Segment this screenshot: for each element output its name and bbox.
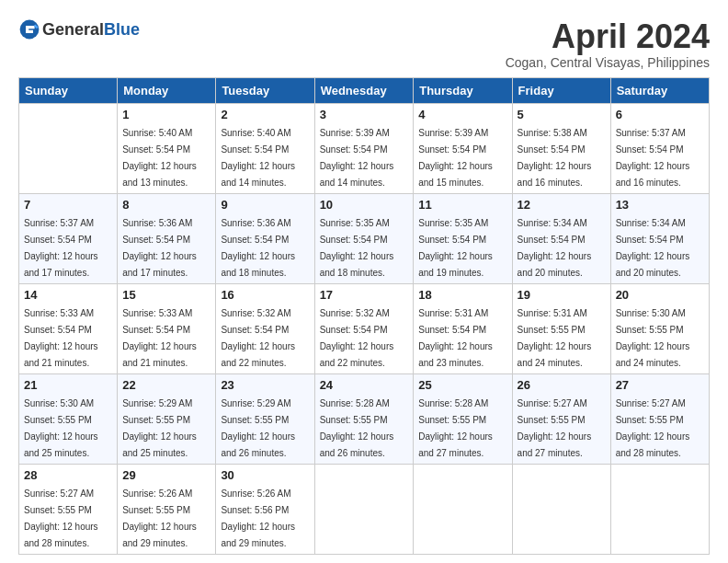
- calendar-cell: [610, 464, 709, 554]
- calendar-cell: 5Sunrise: 5:38 AMSunset: 5:54 PMDaylight…: [512, 103, 610, 193]
- weekday-header-monday: Monday: [118, 77, 216, 103]
- month-year-title: April 2024: [506, 18, 710, 55]
- calendar-cell: 3Sunrise: 5:39 AMSunset: 5:54 PMDaylight…: [314, 103, 414, 193]
- calendar-cell: [19, 103, 118, 193]
- day-info: Sunrise: 5:40 AMSunset: 5:54 PMDaylight:…: [122, 128, 197, 188]
- calendar-cell: [512, 464, 610, 554]
- weekday-header-sunday: Sunday: [19, 77, 118, 103]
- day-number: 10: [320, 198, 409, 212]
- day-info: Sunrise: 5:27 AMSunset: 5:55 PMDaylight:…: [616, 398, 690, 458]
- day-number: 9: [221, 198, 309, 212]
- calendar-cell: 19Sunrise: 5:31 AMSunset: 5:55 PMDayligh…: [512, 283, 610, 373]
- day-info: Sunrise: 5:34 AMSunset: 5:54 PMDaylight:…: [616, 218, 690, 278]
- day-info: Sunrise: 5:39 AMSunset: 5:54 PMDaylight:…: [418, 128, 493, 188]
- day-info: Sunrise: 5:34 AMSunset: 5:54 PMDaylight:…: [518, 218, 592, 278]
- day-info: Sunrise: 5:29 AMSunset: 5:55 PMDaylight:…: [122, 398, 197, 458]
- day-info: Sunrise: 5:33 AMSunset: 5:54 PMDaylight:…: [24, 308, 98, 368]
- day-number: 11: [418, 198, 506, 212]
- day-info: Sunrise: 5:28 AMSunset: 5:55 PMDaylight:…: [418, 398, 493, 458]
- header: GeneralBlue April 2024 Cogan, Central Vi…: [18, 18, 710, 70]
- day-number: 24: [320, 378, 409, 392]
- day-number: 28: [24, 468, 112, 482]
- day-info: Sunrise: 5:31 AMSunset: 5:54 PMDaylight:…: [418, 308, 493, 368]
- day-info: Sunrise: 5:30 AMSunset: 5:55 PMDaylight:…: [24, 398, 98, 458]
- day-info: Sunrise: 5:38 AMSunset: 5:54 PMDaylight:…: [518, 128, 592, 188]
- day-info: Sunrise: 5:40 AMSunset: 5:54 PMDaylight:…: [221, 128, 295, 188]
- day-info: Sunrise: 5:27 AMSunset: 5:55 PMDaylight:…: [24, 488, 98, 548]
- calendar-week-row: 7Sunrise: 5:37 AMSunset: 5:54 PMDaylight…: [19, 193, 710, 283]
- calendar-cell: 8Sunrise: 5:36 AMSunset: 5:54 PMDaylight…: [118, 193, 216, 283]
- calendar-table: SundayMondayTuesdayWednesdayThursdayFrid…: [18, 77, 710, 555]
- day-number: 27: [616, 378, 704, 392]
- day-info: Sunrise: 5:32 AMSunset: 5:54 PMDaylight:…: [221, 308, 295, 368]
- calendar-cell: 6Sunrise: 5:37 AMSunset: 5:54 PMDaylight…: [610, 103, 709, 193]
- day-number: 14: [24, 288, 112, 302]
- calendar-cell: [414, 464, 512, 554]
- weekday-header-friday: Friday: [512, 77, 610, 103]
- day-number: 16: [221, 288, 309, 302]
- day-number: 7: [24, 198, 112, 212]
- calendar-cell: 25Sunrise: 5:28 AMSunset: 5:55 PMDayligh…: [414, 373, 512, 464]
- day-number: 30: [221, 468, 309, 482]
- weekday-header-tuesday: Tuesday: [216, 77, 314, 103]
- calendar-week-row: 14Sunrise: 5:33 AMSunset: 5:54 PMDayligh…: [19, 283, 710, 373]
- day-number: 18: [418, 288, 506, 302]
- calendar-cell: 15Sunrise: 5:33 AMSunset: 5:54 PMDayligh…: [118, 283, 216, 373]
- day-number: 29: [122, 468, 210, 482]
- calendar-cell: 30Sunrise: 5:26 AMSunset: 5:56 PMDayligh…: [216, 464, 314, 554]
- calendar-cell: 11Sunrise: 5:35 AMSunset: 5:54 PMDayligh…: [414, 193, 512, 283]
- day-info: Sunrise: 5:37 AMSunset: 5:54 PMDaylight:…: [24, 218, 98, 278]
- weekday-header-row: SundayMondayTuesdayWednesdayThursdayFrid…: [19, 77, 710, 103]
- calendar-cell: 7Sunrise: 5:37 AMSunset: 5:54 PMDaylight…: [19, 193, 118, 283]
- calendar-cell: 10Sunrise: 5:35 AMSunset: 5:54 PMDayligh…: [314, 193, 414, 283]
- day-number: 3: [320, 108, 409, 121]
- weekday-header-saturday: Saturday: [610, 77, 709, 103]
- day-number: 19: [518, 288, 606, 302]
- day-number: 12: [518, 198, 606, 212]
- calendar-cell: 16Sunrise: 5:32 AMSunset: 5:54 PMDayligh…: [216, 283, 314, 373]
- day-info: Sunrise: 5:33 AMSunset: 5:54 PMDaylight:…: [122, 308, 197, 368]
- day-number: 1: [122, 108, 210, 121]
- day-info: Sunrise: 5:35 AMSunset: 5:54 PMDaylight:…: [418, 218, 493, 278]
- day-number: 4: [418, 108, 506, 121]
- day-info: Sunrise: 5:31 AMSunset: 5:55 PMDaylight:…: [518, 308, 592, 368]
- calendar-cell: 17Sunrise: 5:32 AMSunset: 5:54 PMDayligh…: [314, 283, 414, 373]
- day-number: 20: [616, 288, 704, 302]
- calendar-cell: 12Sunrise: 5:34 AMSunset: 5:54 PMDayligh…: [512, 193, 610, 283]
- location-subtitle: Cogan, Central Visayas, Philippines: [506, 55, 710, 70]
- logo-text-blue: Blue: [104, 20, 140, 39]
- day-number: 23: [221, 378, 309, 392]
- day-number: 21: [24, 378, 112, 392]
- weekday-header-wednesday: Wednesday: [314, 77, 414, 103]
- calendar-cell: 13Sunrise: 5:34 AMSunset: 5:54 PMDayligh…: [610, 193, 709, 283]
- day-info: Sunrise: 5:36 AMSunset: 5:54 PMDaylight:…: [221, 218, 295, 278]
- calendar-cell: [314, 464, 414, 554]
- day-info: Sunrise: 5:35 AMSunset: 5:54 PMDaylight:…: [320, 218, 394, 278]
- calendar-cell: 14Sunrise: 5:33 AMSunset: 5:54 PMDayligh…: [19, 283, 118, 373]
- calendar-cell: 24Sunrise: 5:28 AMSunset: 5:55 PMDayligh…: [314, 373, 414, 464]
- calendar-cell: 9Sunrise: 5:36 AMSunset: 5:54 PMDaylight…: [216, 193, 314, 283]
- calendar-cell: 27Sunrise: 5:27 AMSunset: 5:55 PMDayligh…: [610, 373, 709, 464]
- svg-point-0: [20, 20, 40, 40]
- day-number: 22: [122, 378, 210, 392]
- day-info: Sunrise: 5:32 AMSunset: 5:54 PMDaylight:…: [320, 308, 394, 368]
- day-number: 8: [122, 198, 210, 212]
- calendar-cell: 21Sunrise: 5:30 AMSunset: 5:55 PMDayligh…: [19, 373, 118, 464]
- day-info: Sunrise: 5:27 AMSunset: 5:55 PMDaylight:…: [518, 398, 592, 458]
- calendar-cell: 28Sunrise: 5:27 AMSunset: 5:55 PMDayligh…: [19, 464, 118, 554]
- calendar-cell: 1Sunrise: 5:40 AMSunset: 5:54 PMDaylight…: [118, 103, 216, 193]
- calendar-week-row: 28Sunrise: 5:27 AMSunset: 5:55 PMDayligh…: [19, 464, 710, 554]
- day-info: Sunrise: 5:37 AMSunset: 5:54 PMDaylight:…: [616, 128, 690, 188]
- day-info: Sunrise: 5:28 AMSunset: 5:55 PMDaylight:…: [320, 398, 394, 458]
- calendar-week-row: 1Sunrise: 5:40 AMSunset: 5:54 PMDaylight…: [19, 103, 710, 193]
- weekday-header-thursday: Thursday: [414, 77, 512, 103]
- logo-icon: [18, 18, 40, 40]
- day-info: Sunrise: 5:30 AMSunset: 5:55 PMDaylight:…: [616, 308, 690, 368]
- day-info: Sunrise: 5:26 AMSunset: 5:55 PMDaylight:…: [122, 488, 197, 548]
- day-info: Sunrise: 5:39 AMSunset: 5:54 PMDaylight:…: [320, 128, 394, 188]
- day-number: 13: [616, 198, 704, 212]
- day-info: Sunrise: 5:26 AMSunset: 5:56 PMDaylight:…: [221, 488, 295, 548]
- title-block: April 2024 Cogan, Central Visayas, Phili…: [506, 18, 710, 70]
- logo: GeneralBlue: [18, 18, 140, 40]
- calendar-cell: 4Sunrise: 5:39 AMSunset: 5:54 PMDaylight…: [414, 103, 512, 193]
